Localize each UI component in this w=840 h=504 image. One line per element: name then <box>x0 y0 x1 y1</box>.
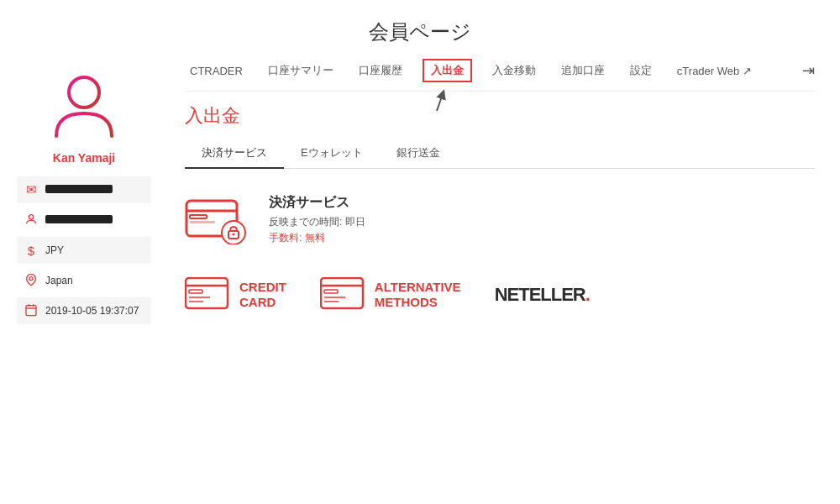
nav-transfer[interactable]: 入金移動 <box>487 60 541 81</box>
tab-bank-transfer[interactable]: 銀行送金 <box>380 139 457 169</box>
svg-rect-17 <box>189 290 202 293</box>
alternative-label: ALTERNATIVE METHODS <box>375 280 461 310</box>
tab-e-wallet[interactable]: Eウォレット <box>284 139 380 169</box>
svg-point-14 <box>233 234 235 236</box>
avatar <box>46 67 122 143</box>
payment-service-icon <box>185 194 252 244</box>
nav-bar: CTRADER 口座サマリー 口座履歴 入出金 入金移動 追加口座 設定 cTr… <box>185 59 815 92</box>
content-area: CTRADER 口座サマリー 口座履歴 入出金 入金移動 追加口座 設定 cTr… <box>168 59 840 496</box>
svg-rect-3 <box>26 305 36 315</box>
date-value: 2019-10-05 19:37:07 <box>45 305 144 317</box>
tab-payment-service[interactable]: 決済サービス <box>185 139 284 169</box>
svg-rect-11 <box>190 221 215 223</box>
sidebar: Kan Yamaji ✉ $ JPY <box>0 59 168 496</box>
credit-card-method[interactable]: CREDIT CARD <box>185 277 286 312</box>
date-row: 2019-10-05 19:37:07 <box>17 297 151 324</box>
nav-deposit-withdrawal[interactable]: 入出金 <box>423 59 472 82</box>
nav-account-history[interactable]: 口座履歴 <box>354 60 407 81</box>
user-name: Kan Yamaji <box>53 151 115 165</box>
alternative-method[interactable]: ALTERNATIVE METHODS <box>320 277 461 312</box>
payment-service-box: 決済サービス 反映までの時間: 即日 手数料: 無料 <box>185 186 815 254</box>
payment-methods: CREDIT CARD ALTERNATIVE METHODS <box>185 277 815 312</box>
logout-button[interactable]: ⇥ <box>802 61 815 80</box>
userid-value <box>45 214 144 226</box>
neteller-label: NETELLER. <box>495 284 590 306</box>
nav-add-account[interactable]: 追加口座 <box>556 60 610 81</box>
reflection-time: 反映までの時間: 即日 <box>269 215 365 229</box>
svg-point-1 <box>29 214 33 218</box>
svg-point-0 <box>69 77 99 108</box>
location-icon <box>24 273 39 289</box>
country-row: Japan <box>17 267 151 294</box>
nav-account-summary[interactable]: 口座サマリー <box>263 60 339 81</box>
tabs: 決済サービス Eウォレット 銀行送金 <box>185 139 815 169</box>
person-icon <box>24 213 39 228</box>
section-title: 入出金 <box>185 103 815 129</box>
nav-settings[interactable]: 設定 <box>625 60 657 81</box>
fee-info: 手数料: 無料 <box>269 231 365 245</box>
nav-ctrader[interactable]: CTRADER <box>185 61 248 81</box>
page-title: 会員ページ <box>0 0 840 59</box>
svg-point-2 <box>29 276 33 280</box>
payment-service-title: 決済サービス <box>269 194 365 212</box>
payment-info: 決済サービス 反映までの時間: 即日 手数料: 無料 <box>269 194 365 245</box>
currency-row: $ JPY <box>17 237 151 264</box>
currency-value: JPY <box>45 244 144 256</box>
svg-rect-22 <box>324 290 338 293</box>
calendar-icon <box>24 303 39 319</box>
email-value <box>45 184 144 196</box>
currency-icon: $ <box>24 244 39 258</box>
email-icon: ✉ <box>24 182 39 197</box>
email-row: ✉ <box>17 176 151 203</box>
country-value: Japan <box>45 275 144 286</box>
nav-ctrader-web[interactable]: cTrader Web ↗ <box>672 61 757 81</box>
userid-row <box>17 207 151 234</box>
svg-point-12 <box>222 221 245 244</box>
svg-rect-10 <box>190 215 207 218</box>
neteller-method[interactable]: NETELLER. <box>495 284 590 306</box>
credit-card-label: CREDIT CARD <box>239 280 286 310</box>
